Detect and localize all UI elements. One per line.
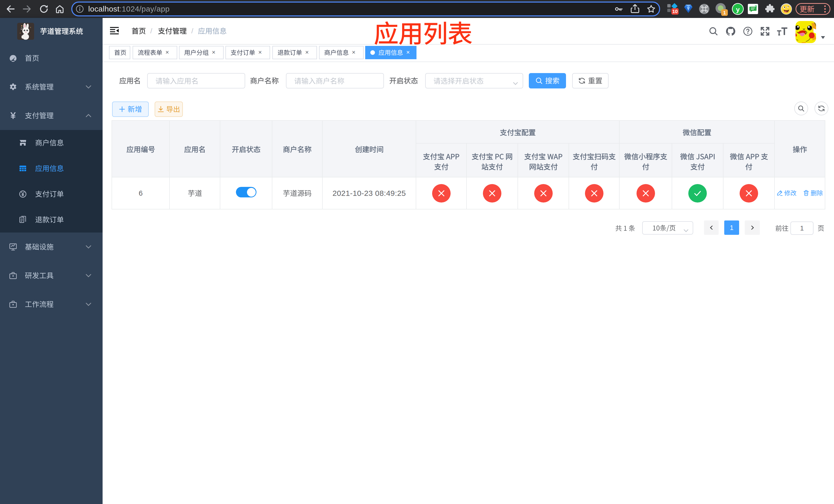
svg-text:1: 1	[723, 10, 726, 15]
svg-text:y: y	[736, 6, 740, 13]
svg-text:10: 10	[672, 9, 678, 14]
